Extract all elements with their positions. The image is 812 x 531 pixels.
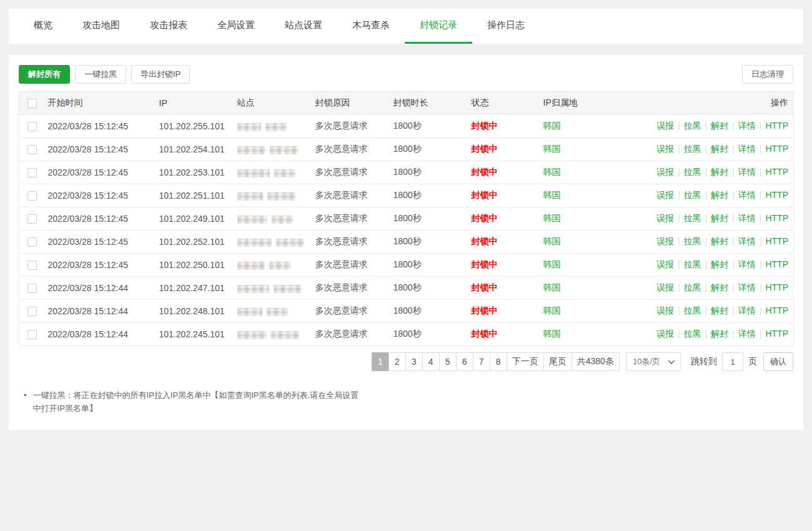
action-link-blacklist[interactable]: 拉黑: [684, 190, 701, 200]
row-checkbox[interactable]: [27, 237, 37, 247]
action-link-http[interactable]: HTTP: [765, 213, 788, 223]
action-link-http[interactable]: HTTP: [765, 121, 788, 131]
action-link-http[interactable]: HTTP: [765, 144, 788, 154]
action-link-details[interactable]: 详情: [738, 329, 756, 339]
row-checkbox[interactable]: [27, 168, 37, 177]
action-link-http[interactable]: HTTP: [765, 305, 788, 315]
log-clean-button[interactable]: 日志清理: [742, 65, 793, 84]
tab-global-settings[interactable]: 全局设置: [202, 9, 270, 44]
action-link-http[interactable]: HTTP: [765, 259, 788, 269]
cell-site-redacted: [235, 207, 313, 231]
page-button-1[interactable]: 1: [372, 352, 389, 371]
action-link-misreport[interactable]: 误报: [656, 167, 674, 177]
status-badge: 封锁中: [472, 121, 498, 131]
action-link-unblock[interactable]: 解封: [711, 282, 728, 292]
blacklist-all-button[interactable]: 一键拉黑: [75, 65, 126, 84]
confirm-jump-button[interactable]: 确认: [763, 352, 793, 371]
row-checkbox[interactable]: [27, 191, 37, 201]
action-link-details[interactable]: 详情: [738, 213, 756, 223]
action-link-blacklist[interactable]: 拉黑: [684, 259, 701, 269]
cell-actions: 误报|拉黑|解封|详情|HTTP: [644, 254, 794, 277]
row-checkbox[interactable]: [27, 307, 37, 316]
page-button-4[interactable]: 4: [422, 352, 440, 371]
action-link-http[interactable]: HTTP: [765, 282, 788, 292]
per-page-select[interactable]: 10条/页: [626, 352, 681, 371]
tab-block-records[interactable]: 封锁记录: [405, 9, 472, 44]
action-link-blacklist[interactable]: 拉黑: [684, 213, 701, 223]
action-link-misreport[interactable]: 误报: [656, 190, 674, 200]
action-link-http[interactable]: HTTP: [765, 167, 788, 177]
row-checkbox[interactable]: [27, 145, 37, 154]
page-button-5[interactable]: 5: [439, 352, 457, 371]
ip-location-label: 韩国: [543, 121, 561, 131]
cell-ip: 101.202.255.101: [157, 115, 235, 138]
action-link-misreport[interactable]: 误报: [656, 213, 674, 223]
action-link-details[interactable]: 详情: [738, 190, 756, 200]
action-link-details[interactable]: 详情: [738, 236, 756, 246]
action-link-blacklist[interactable]: 拉黑: [684, 329, 701, 339]
action-link-misreport[interactable]: 误报: [656, 329, 674, 339]
action-link-details[interactable]: 详情: [738, 259, 756, 269]
row-checkbox[interactable]: [27, 122, 37, 131]
action-link-unblock[interactable]: 解封: [711, 213, 728, 223]
status-badge: 封锁中: [472, 329, 498, 339]
action-link-unblock[interactable]: 解封: [711, 190, 728, 200]
action-link-blacklist[interactable]: 拉黑: [684, 167, 701, 177]
tab-attack-map[interactable]: 攻击地图: [67, 9, 135, 44]
page-button-2[interactable]: 2: [389, 352, 406, 371]
cell-ip: 101.202.247.101: [157, 277, 235, 300]
action-link-details[interactable]: 详情: [738, 282, 756, 292]
chevron-down-icon: [668, 357, 675, 364]
page-button-3[interactable]: 3: [405, 352, 423, 371]
export-blocked-ip-button[interactable]: 导出封锁IP: [131, 65, 190, 84]
cell-status: 封锁中: [469, 138, 541, 161]
action-link-blacklist[interactable]: 拉黑: [684, 236, 701, 246]
next-page-button[interactable]: 下一页: [507, 352, 544, 371]
action-link-unblock[interactable]: 解封: [711, 259, 728, 269]
table-row: 2022/03/28 15:12:45101.202.253.101多次恶意请求…: [19, 161, 794, 184]
tab-site-settings[interactable]: 站点设置: [270, 9, 337, 44]
action-link-http[interactable]: HTTP: [765, 236, 788, 246]
page-button-6[interactable]: 6: [456, 352, 473, 371]
tab-operation-log[interactable]: 操作日志: [472, 9, 540, 44]
action-link-unblock[interactable]: 解封: [711, 167, 728, 177]
action-separator: |: [732, 121, 735, 131]
action-link-http[interactable]: HTTP: [765, 190, 788, 200]
tab-overview[interactable]: 概览: [19, 9, 67, 44]
unblock-all-button[interactable]: 解封所有: [19, 65, 70, 84]
action-link-blacklist[interactable]: 拉黑: [684, 144, 701, 154]
action-link-details[interactable]: 详情: [738, 121, 756, 131]
cell-ip: 101.202.254.101: [157, 138, 235, 161]
page-button-7[interactable]: 7: [473, 352, 490, 371]
jump-page-input[interactable]: [722, 352, 743, 371]
action-link-details[interactable]: 详情: [738, 305, 756, 315]
action-link-http[interactable]: HTTP: [765, 329, 788, 339]
tab-attack-report[interactable]: 攻击报表: [135, 9, 202, 44]
action-separator: |: [760, 190, 762, 200]
action-link-details[interactable]: 详情: [738, 167, 756, 177]
tab-trojan-scan[interactable]: 木马查杀: [337, 9, 405, 44]
action-link-misreport[interactable]: 误报: [656, 259, 674, 269]
action-link-unblock[interactable]: 解封: [711, 144, 728, 154]
page-button-8[interactable]: 8: [490, 352, 507, 371]
action-link-blacklist[interactable]: 拉黑: [684, 305, 701, 315]
action-link-misreport[interactable]: 误报: [656, 121, 674, 131]
row-checkbox[interactable]: [27, 330, 37, 339]
action-link-misreport[interactable]: 误报: [656, 144, 674, 154]
action-link-misreport[interactable]: 误报: [656, 282, 674, 292]
action-link-unblock[interactable]: 解封: [711, 329, 728, 339]
action-link-unblock[interactable]: 解封: [711, 236, 728, 246]
cell-ip: 101.202.253.101: [157, 161, 235, 184]
row-checkbox[interactable]: [27, 214, 37, 224]
action-link-misreport[interactable]: 误报: [656, 305, 674, 315]
action-link-unblock[interactable]: 解封: [711, 121, 728, 131]
last-page-button[interactable]: 尾页: [543, 352, 572, 371]
action-link-blacklist[interactable]: 拉黑: [684, 282, 701, 292]
action-link-details[interactable]: 详情: [738, 144, 756, 154]
select-all-checkbox[interactable]: [27, 99, 37, 108]
action-link-misreport[interactable]: 误报: [656, 236, 674, 246]
action-link-unblock[interactable]: 解封: [711, 305, 728, 315]
action-link-blacklist[interactable]: 拉黑: [684, 121, 701, 131]
row-checkbox[interactable]: [27, 261, 37, 270]
row-checkbox[interactable]: [27, 284, 37, 293]
